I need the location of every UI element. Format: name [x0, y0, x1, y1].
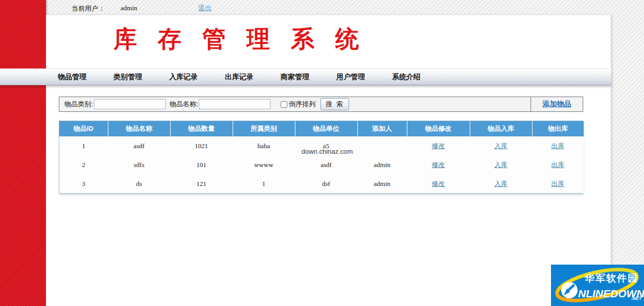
nav-item-about[interactable]: 系统介绍: [392, 73, 421, 82]
nav-item-user[interactable]: 用户管理: [336, 73, 365, 82]
column-header-modify: 物品修改: [407, 121, 470, 136]
modify-link[interactable]: 修改: [432, 180, 445, 187]
column-header-unit: 物品单位: [295, 121, 357, 136]
current-user-value: admin: [121, 4, 137, 12]
cell-adder: admin: [357, 174, 407, 193]
logo-suffix: .NET: [631, 296, 642, 301]
column-header-qty: 物品数量: [170, 121, 233, 136]
cell-category: wwww: [233, 155, 295, 174]
item-name-input[interactable]: [199, 99, 270, 109]
nav-item-inbound[interactable]: 入库记录: [169, 73, 198, 82]
stock-out-link[interactable]: 出库: [551, 142, 565, 150]
cell-unit: dsf: [295, 174, 357, 193]
table-header-row: 物品ID 物品名称 物品数量 所属类别 物品单位 添加人 物品修改 物品入库 物…: [59, 121, 584, 136]
reverse-sort-checkbox[interactable]: [281, 101, 287, 108]
cell-adder: [357, 136, 407, 155]
stock-in-link[interactable]: 入库: [494, 180, 508, 187]
cell-category: 1: [233, 174, 295, 193]
chinaz-watermark: down.chinaz.com: [302, 148, 353, 155]
column-header-out: 物出库: [532, 121, 584, 136]
item-name-label: 物品名称:: [170, 100, 198, 109]
cell-id: 2: [59, 155, 108, 174]
cell-id: 3: [59, 174, 108, 193]
goods-table: 物品ID 物品名称 物品数量 所属类别 物品单位 添加人 物品修改 物品入库 物…: [59, 121, 583, 194]
cell-unit: asdf: [295, 155, 357, 174]
reverse-sort-label: 倒序排列: [289, 100, 315, 109]
table-row: 3 ds 121 1 dsf admin 修改 入库 出库: [59, 174, 584, 193]
stock-out-link[interactable]: 出库: [551, 180, 565, 187]
modify-link[interactable]: 修改: [432, 142, 445, 150]
topbar: 当前用户： admin 退出: [46, 0, 644, 15]
logo-text-cn: 华军软件园: [584, 273, 638, 284]
add-item-cell: 添加物品: [531, 97, 583, 111]
cell-id: 1: [59, 136, 108, 155]
left-red-sidebar: [0, 0, 46, 306]
cell-qty: 1021: [170, 136, 233, 155]
page: 当前用户： admin 退出 库 存 管 理 系 统 物品管理 类别管理 入库记…: [0, 0, 644, 306]
onlinedown-logo: 华军软件园 NLINEDOWN .NET: [551, 265, 644, 306]
search-fields: 物品类别: 物品名称: 倒序排列 搜 索: [59, 97, 531, 111]
cell-name: asdf: [108, 136, 170, 155]
current-user-label: 当前用户：: [72, 4, 105, 13]
search-button[interactable]: 搜 索: [320, 98, 349, 110]
nav-item-outbound[interactable]: 出库记录: [225, 73, 254, 82]
search-toolbar: 物品类别: 物品名称: 倒序排列 搜 索 添加物品: [59, 97, 583, 112]
cell-adder: admin: [357, 155, 407, 174]
cell-qty: 121: [170, 174, 233, 193]
column-header-in: 物品入库: [470, 121, 532, 136]
cell-qty: 101: [170, 155, 233, 174]
nav-item-merchant[interactable]: 商家管理: [281, 73, 309, 82]
nav-item-goods[interactable]: 物品管理: [58, 73, 86, 82]
column-header-adder: 添加人: [357, 121, 407, 136]
modify-link[interactable]: 修改: [432, 161, 445, 169]
table-row: 2 sdfs 101 wwww asdf admin 修改 入库 出库: [59, 155, 584, 174]
main-nav: 物品管理 类别管理 入库记录 出库记录 商家管理 用户管理 系统介绍: [0, 68, 611, 85]
stock-in-link[interactable]: 入库: [494, 161, 508, 169]
cell-name: ds: [108, 174, 170, 193]
page-title: 库 存 管 理 系 统: [113, 23, 366, 55]
cell-name: sdfs: [108, 155, 170, 174]
stock-out-link[interactable]: 出库: [551, 161, 565, 169]
column-header-name: 物品名称: [108, 121, 170, 136]
cell-category: haha: [233, 136, 295, 155]
column-header-id: 物品ID: [59, 121, 108, 136]
category-label: 物品类别:: [64, 100, 93, 109]
add-item-link[interactable]: 添加物品: [543, 100, 571, 109]
logout-link[interactable]: 退出: [198, 4, 212, 13]
nav-item-category[interactable]: 类别管理: [113, 73, 142, 82]
logo-arrow-icon: [561, 282, 578, 298]
category-input[interactable]: [94, 99, 166, 109]
column-header-category: 所属类别: [233, 121, 295, 136]
stock-in-link[interactable]: 入库: [494, 142, 508, 150]
